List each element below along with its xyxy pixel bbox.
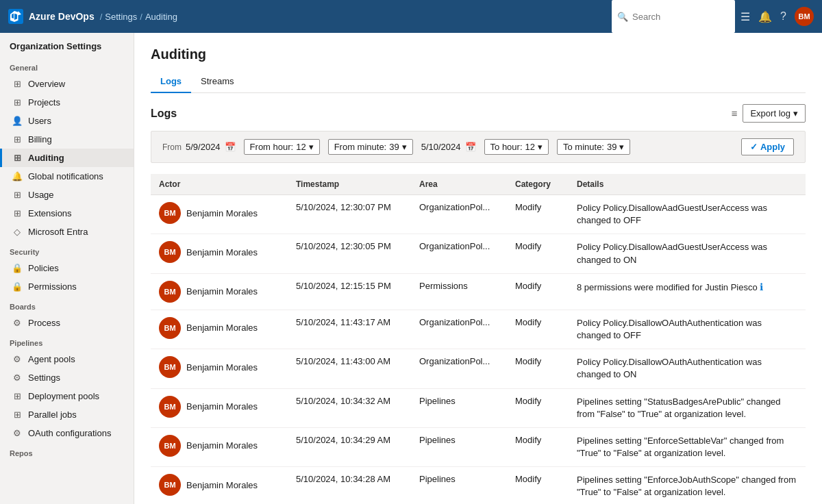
lock-icon: 🔒	[12, 281, 23, 292]
tab-streams[interactable]: Streams	[191, 71, 243, 93]
actor-name-6: Benjamin Morales	[186, 440, 258, 451]
avatar-7: BM	[159, 474, 181, 496]
actor-name-5: Benjamin Morales	[186, 401, 258, 412]
breadcrumb: / Settings / Auditing	[100, 12, 177, 22]
list-icon[interactable]: ☰	[740, 10, 750, 23]
to-minute-chevron: ▾	[619, 142, 624, 152]
bell-icon: 🔔	[12, 171, 23, 181]
avatar-2: BM	[159, 281, 181, 303]
timestamp-cell-0: 5/10/2024, 12:30:07 PM	[288, 195, 411, 234]
details-cell-0: Policy Policy.DisallowAadGuestUserAccess…	[569, 195, 806, 234]
from-hour-dropdown[interactable]: From hour: 12 ▾	[244, 139, 320, 155]
calendar-from-icon[interactable]: 📅	[225, 142, 236, 152]
sidebar-item-extensions[interactable]: ⊞ Extensions	[0, 204, 134, 223]
search-input[interactable]	[632, 12, 730, 22]
details-cell-4: Policy Policy.DisallowOAuthAuthenticatio…	[569, 349, 806, 388]
sidebar-item-parallel-jobs[interactable]: ⊞ Parallel jobs	[0, 405, 134, 424]
help-icon[interactable]: ?	[780, 10, 786, 23]
to-date-value: 5/10/2024	[421, 142, 461, 152]
sidebar-item-billing[interactable]: ⊞ Billing	[0, 130, 134, 149]
sidebar-item-auditing[interactable]: ⊞ Auditing	[0, 149, 134, 167]
from-label: From	[162, 142, 182, 152]
sidebar-item-oauth[interactable]: ⚙ OAuth configurations	[0, 424, 134, 442]
to-hour-chevron: ▾	[538, 142, 543, 152]
page-header: Auditing Logs Streams	[134, 33, 822, 93]
azure-devops-logo	[8, 9, 23, 24]
sidebar-item-overview[interactable]: ⊞ Overview	[0, 75, 134, 93]
area-cell-4: OrganizationPol...	[411, 349, 507, 388]
from-minute-dropdown[interactable]: From minute: 39 ▾	[328, 139, 413, 155]
actor-name-2: Benjamin Morales	[186, 286, 258, 297]
from-hour-chevron: ▾	[309, 142, 314, 152]
details-cell-5: Pipelines setting "StatusBadgesArePublic…	[569, 388, 806, 427]
to-hour-value: 12	[525, 142, 535, 152]
timestamp-cell-7: 5/10/2024, 10:34:28 AM	[288, 467, 411, 504]
apply-button[interactable]: ✓ Apply	[741, 138, 794, 155]
filter-to-hour: To hour: 12 ▾	[484, 139, 549, 155]
main-content: Auditing Logs Streams Logs ≡ Export log …	[134, 33, 822, 504]
area-cell-3: OrganizationPol...	[411, 310, 507, 349]
sidebar-item-settings-pipelines[interactable]: ⚙ Settings	[0, 368, 134, 387]
table-row: BM Benjamin Morales 5/10/2024, 11:43:17 …	[151, 310, 806, 349]
filter-to-date: 5/10/2024 📅	[421, 142, 476, 152]
notification-icon[interactable]: 🔔	[758, 10, 772, 23]
grid-icon: ⊞	[12, 97, 23, 108]
col-header-details: Details	[569, 174, 806, 195]
avatar-5: BM	[159, 396, 181, 418]
sidebar-item-permissions[interactable]: 🔒 Permissions	[0, 277, 134, 296]
col-header-category: Category	[507, 174, 569, 195]
sidebar-item-usage[interactable]: ⊞ Usage	[0, 186, 134, 204]
grid-icon: ⊞	[12, 79, 23, 89]
sidebar-item-projects[interactable]: ⊞ Projects	[0, 93, 134, 112]
brand-name[interactable]: Azure DevOps	[29, 11, 95, 22]
settings-icon: ⚙	[12, 373, 23, 383]
actor-cell-5: BM Benjamin Morales	[151, 388, 288, 427]
auditing-icon: ⊞	[12, 153, 23, 163]
category-cell-7: Modify	[507, 467, 569, 504]
user-avatar[interactable]: BM	[795, 7, 814, 26]
timestamp-cell-4: 5/10/2024, 11:43:00 AM	[288, 349, 411, 388]
details-cell-1: Policy Policy.DisallowAadGuestUserAccess…	[569, 234, 806, 273]
sidebar-item-policies[interactable]: 🔒 Policies	[0, 259, 134, 277]
avatar-6: BM	[159, 435, 181, 457]
category-cell-5: Modify	[507, 388, 569, 427]
table-row: BM Benjamin Morales 5/10/2024, 10:34:32 …	[151, 388, 806, 427]
to-minute-dropdown[interactable]: To minute: 39 ▾	[557, 139, 630, 155]
sidebar-item-process[interactable]: ⚙ Process	[0, 314, 134, 332]
filter-bar: From 5/9/2024 📅 From hour: 12 ▾ From min…	[151, 131, 806, 163]
actor-cell-1: BM Benjamin Morales	[151, 234, 288, 273]
sidebar-item-users[interactable]: 👤 Users	[0, 112, 134, 130]
search-box[interactable]: 🔍	[612, 0, 735, 33]
table-header: Actor Timestamp Area Category Details	[151, 174, 806, 195]
export-log-button[interactable]: Export log ▾	[743, 104, 806, 123]
to-minute-label: To minute:	[563, 142, 604, 152]
filter-from-minute: From minute: 39 ▾	[328, 139, 413, 155]
sidebar-item-global-notifications[interactable]: 🔔 Global notifications	[0, 167, 134, 186]
table-row: BM Benjamin Morales 5/10/2024, 12:30:07 …	[151, 195, 806, 234]
category-cell-4: Modify	[507, 349, 569, 388]
actor-cell-2: BM Benjamin Morales	[151, 273, 288, 310]
timestamp-cell-3: 5/10/2024, 11:43:17 AM	[288, 310, 411, 349]
table-row: BM Benjamin Morales 5/10/2024, 12:15:15 …	[151, 273, 806, 310]
tab-logs[interactable]: Logs	[151, 71, 191, 93]
area-cell-1: OrganizationPol...	[411, 234, 507, 273]
filter-to-minute: To minute: 39 ▾	[557, 139, 630, 155]
actor-cell-3: BM Benjamin Morales	[151, 310, 288, 349]
calendar-to-icon[interactable]: 📅	[465, 142, 476, 152]
actor-name-3: Benjamin Morales	[186, 323, 258, 333]
filter-icon[interactable]: ≡	[732, 108, 738, 119]
checkmark-icon: ✓	[750, 142, 758, 152]
to-hour-dropdown[interactable]: To hour: 12 ▾	[484, 139, 549, 155]
nav-icons: ☰ 🔔 ? BM	[740, 7, 814, 26]
actor-cell-4: BM Benjamin Morales	[151, 349, 288, 388]
sidebar-section-general: General	[0, 57, 134, 75]
info-icon-2[interactable]: ℹ	[760, 281, 763, 292]
sidebar-item-deployment-pools[interactable]: ⊞ Deployment pools	[0, 387, 134, 405]
from-minute-chevron: ▾	[402, 142, 407, 152]
sidebar-item-agent-pools[interactable]: ⚙ Agent pools	[0, 350, 134, 368]
sidebar-item-microsoft-entra[interactable]: ◇ Microsoft Entra	[0, 223, 134, 241]
details-cell-6: Pipelines setting "EnforceSettableVar" c…	[569, 427, 806, 466]
avatar-4: BM	[159, 356, 181, 378]
breadcrumb-settings[interactable]: Settings	[105, 12, 137, 22]
area-cell-2: Permissions	[411, 273, 507, 310]
